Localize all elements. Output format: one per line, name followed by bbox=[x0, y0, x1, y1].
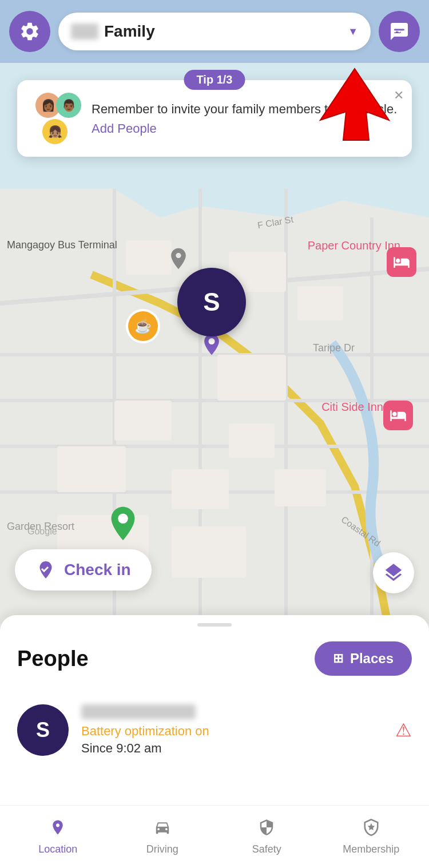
chevron-down-icon: ▼ bbox=[348, 26, 358, 38]
places-button[interactable]: ⊞ Places bbox=[315, 641, 412, 676]
safety-icon bbox=[258, 819, 275, 840]
membership-icon bbox=[363, 819, 380, 840]
chat-button[interactable] bbox=[379, 11, 420, 52]
map-label-mangagoy: Mangagoy Bus Terminal bbox=[7, 239, 117, 251]
hotel-pin-1 bbox=[387, 247, 416, 277]
driving-icon bbox=[154, 819, 171, 840]
sheet-header: People ⊞ Places bbox=[17, 641, 412, 676]
nav-label-driving: Driving bbox=[146, 843, 178, 855]
nav-label-safety: Safety bbox=[252, 843, 281, 855]
svg-point-26 bbox=[403, 30, 405, 33]
sheet-handle bbox=[197, 623, 232, 627]
svg-rect-19 bbox=[275, 469, 326, 506]
bottom-nav: Location Driving Safety Membership bbox=[0, 805, 429, 868]
red-arrow-indicator bbox=[315, 63, 395, 143]
svg-point-22 bbox=[209, 338, 215, 344]
nav-item-membership[interactable]: Membership bbox=[319, 819, 424, 855]
circle-selector[interactable]: Family ▼ bbox=[58, 13, 371, 50]
person-battery-status: Battery optimization on bbox=[81, 724, 383, 739]
svg-point-23 bbox=[118, 514, 128, 524]
layers-button[interactable] bbox=[373, 552, 414, 593]
settings-button[interactable] bbox=[9, 11, 50, 52]
svg-rect-11 bbox=[126, 240, 172, 275]
nav-item-location[interactable]: Location bbox=[6, 819, 110, 855]
nav-label-location: Location bbox=[38, 843, 77, 855]
tip-badge: Tip 1/3 bbox=[184, 70, 245, 90]
checkin-button[interactable]: Check in bbox=[15, 549, 152, 590]
map-label-google: Google bbox=[27, 526, 57, 537]
person-name-blurred bbox=[81, 704, 196, 719]
person-card[interactable]: S Battery optimization on Since 9:02 am … bbox=[17, 693, 412, 767]
tip-close-button[interactable]: ✕ bbox=[394, 88, 404, 103]
checkin-pin-icon bbox=[35, 560, 56, 580]
svg-point-25 bbox=[398, 30, 400, 33]
places-label: Places bbox=[350, 651, 394, 667]
person-avatar: S bbox=[17, 704, 69, 756]
location-icon bbox=[49, 819, 66, 840]
tip-avatars: 👩🏾 👨🏾 👧🏽 bbox=[30, 93, 81, 144]
nav-item-safety[interactable]: Safety bbox=[214, 819, 319, 855]
circle-name: Family bbox=[104, 22, 155, 41]
nav-label-membership: Membership bbox=[343, 843, 399, 855]
nav-item-driving[interactable]: Driving bbox=[110, 819, 215, 855]
svg-rect-13 bbox=[297, 286, 343, 320]
header: Family ▼ bbox=[0, 0, 429, 63]
user-marker[interactable]: S bbox=[177, 268, 246, 336]
map-label-taripe: Taripe Dr bbox=[313, 342, 355, 354]
svg-marker-27 bbox=[320, 69, 389, 140]
person-info: Battery optimization on Since 9:02 am bbox=[81, 704, 383, 756]
svg-rect-16 bbox=[229, 423, 275, 458]
svg-point-24 bbox=[394, 30, 396, 33]
circle-avatar-blurred bbox=[71, 23, 98, 39]
places-icon: ⊞ bbox=[333, 651, 343, 666]
coffee-icon bbox=[128, 311, 158, 341]
user-avatar: S bbox=[177, 268, 246, 336]
svg-rect-14 bbox=[217, 355, 286, 401]
checkin-label: Check in bbox=[64, 561, 131, 579]
map-label-citi: Citi Side Inn bbox=[321, 401, 383, 414]
svg-rect-15 bbox=[114, 401, 172, 441]
hotel-pin-2 bbox=[383, 401, 413, 430]
svg-rect-21 bbox=[172, 526, 246, 578]
svg-rect-18 bbox=[172, 469, 229, 509]
person-time: Since 9:02 am bbox=[81, 741, 383, 756]
people-title: People bbox=[17, 647, 89, 671]
warning-icon: ⚠ bbox=[395, 719, 412, 741]
green-location-pin bbox=[103, 504, 143, 546]
svg-rect-17 bbox=[57, 446, 126, 492]
